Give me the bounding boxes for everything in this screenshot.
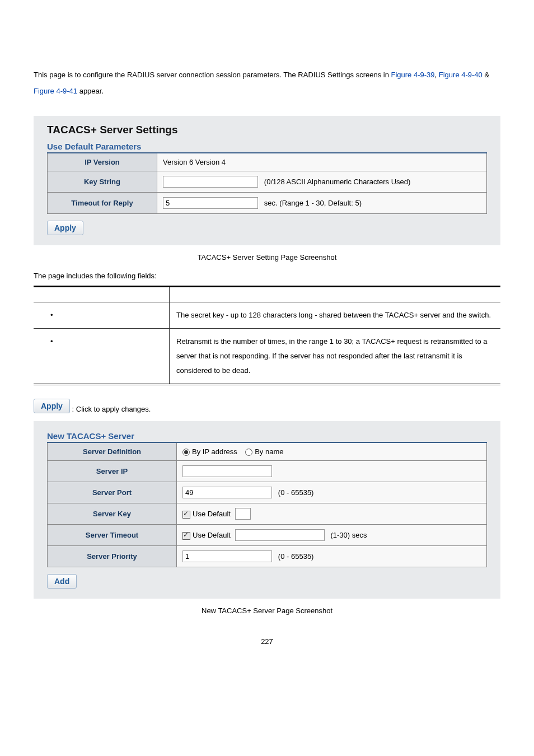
new-server-table: Server Definition By IP address By name … — [47, 442, 487, 567]
row-server-key: Server Key Use Default — [48, 503, 487, 525]
radio-by-ip[interactable] — [182, 449, 190, 456]
fields-header-row — [34, 287, 500, 302]
new-tacacs-server-panel: New TACACS+ Server Server Definition By … — [34, 421, 500, 599]
apply-inline-text: : Click to apply changes. — [72, 405, 151, 413]
radio-by-ip-label: By IP address — [192, 447, 237, 456]
intro-text: appear. — [77, 87, 104, 95]
input-server-ip[interactable] — [182, 465, 272, 477]
link-fig-4-9-40[interactable]: Figure 4-9-40 — [439, 71, 483, 79]
row-ip-version: IP Version Version 6 Version 4 — [48, 153, 487, 171]
add-button[interactable]: Add — [47, 574, 77, 589]
hint-key-string: (0/128 ASCII Alphanumeric Characters Use… — [264, 178, 411, 186]
apply-button-inline[interactable]: Apply — [34, 399, 70, 413]
apply-button[interactable]: Apply — [47, 221, 83, 235]
input-key-string[interactable] — [163, 176, 258, 188]
caption-screenshot-2: New TACACS+ Server Page Screenshot — [34, 606, 500, 615]
input-server-port[interactable] — [182, 487, 272, 498]
page-content: This page is to configure the RADIUS ser… — [0, 0, 534, 662]
label-server-port: Server Port — [48, 482, 177, 503]
section-title: Use Default Parameters — [47, 142, 487, 151]
input-timeout[interactable] — [163, 197, 258, 209]
row-timeout: Timeout for Reply sec. (Range 1 - 30, De… — [48, 193, 487, 214]
intro-text: & — [483, 71, 489, 79]
radio-by-name[interactable] — [245, 449, 252, 456]
label-server-key: Server Key — [48, 503, 177, 525]
row-timeout-desc: • Retransmit is the number of times, in … — [34, 329, 500, 385]
row-key-string: Key String (0/128 ASCII Alphanumeric Cha… — [48, 171, 487, 193]
default-params-table: IP Version Version 6 Version 4 Key Strin… — [47, 152, 487, 214]
input-server-priority[interactable] — [182, 550, 272, 562]
label-timeout: Timeout for Reply — [48, 193, 157, 214]
label-server-ip: Server IP — [48, 461, 177, 482]
row-key-string-desc: • The secret key - up to 128 characters … — [34, 302, 500, 329]
input-server-timeout[interactable] — [235, 529, 325, 541]
row-server-ip: Server IP — [48, 461, 487, 482]
checkbox-timeout-default-label: Use Default — [193, 531, 231, 539]
header-description — [170, 287, 501, 302]
label-server-timeout: Server Timeout — [48, 525, 177, 546]
tacacs-settings-panel: TACACS+ Server Settings Use Default Para… — [34, 116, 500, 245]
input-server-key[interactable] — [235, 508, 251, 520]
hint-timeout: sec. (Range 1 - 30, Default: 5) — [264, 199, 362, 207]
hint-server-timeout: (1-30) secs — [330, 531, 367, 539]
header-object — [34, 287, 170, 302]
intro-paragraph: This page is to configure the RADIUS ser… — [34, 67, 500, 99]
label-server-definition: Server Definition — [48, 442, 177, 461]
row-server-port: Server Port (0 - 65535) — [48, 482, 487, 503]
fields-intro: The page includes the following fields: — [34, 272, 500, 280]
page-number: 227 — [34, 637, 500, 646]
value-ip-version: Version 6 Version 4 — [157, 153, 487, 171]
intro-text: , — [435, 71, 439, 79]
obj-key-string: • — [34, 302, 170, 329]
desc-timeout: Retransmit is the number of times, in th… — [170, 329, 501, 385]
label-server-priority: Server Priority — [48, 546, 177, 567]
panel-title: TACACS+ Server Settings — [47, 124, 487, 136]
intro-text: This page is to configure the RADIUS ser… — [34, 71, 391, 79]
fields-table: • The secret key - up to 128 characters … — [34, 286, 500, 385]
label-key-string: Key String — [48, 171, 157, 193]
hint-server-port: (0 - 65535) — [278, 488, 314, 497]
label-ip-version: IP Version — [48, 153, 157, 171]
obj-timeout: • — [34, 329, 170, 385]
caption-screenshot-1: TACACS+ Server Setting Page Screenshot — [34, 253, 500, 262]
hint-server-priority: (0 - 65535) — [278, 552, 314, 561]
checkbox-timeout-default[interactable] — [182, 532, 190, 540]
checkbox-key-default[interactable] — [182, 511, 190, 519]
radio-by-name-label: By name — [255, 447, 283, 456]
row-server-definition: Server Definition By IP address By name — [48, 442, 487, 461]
link-fig-4-9-39[interactable]: Figure 4-9-39 — [391, 71, 435, 79]
section-title: New TACACS+ Server — [47, 431, 487, 441]
link-fig-4-9-41[interactable]: Figure 4-9-41 — [34, 87, 77, 95]
apply-inline: Apply : Click to apply changes. — [34, 399, 500, 413]
checkbox-key-default-label: Use Default — [193, 510, 231, 518]
row-server-timeout: Server Timeout Use Default (1-30) secs — [48, 525, 487, 546]
desc-key-string: The secret key - up to 128 characters lo… — [170, 302, 501, 329]
row-server-priority: Server Priority (0 - 65535) — [48, 546, 487, 567]
